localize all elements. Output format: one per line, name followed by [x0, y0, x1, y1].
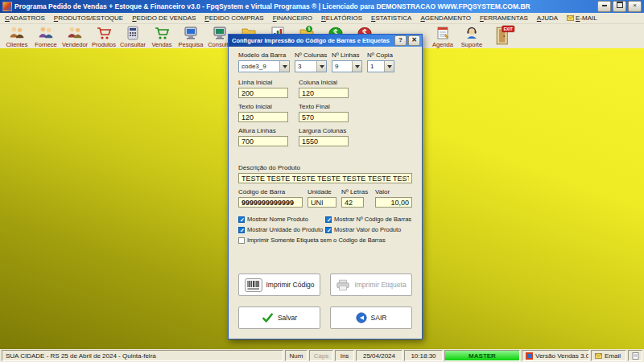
checkbox-mostrar-num-codigo-barras[interactable]: Mostrar Nº Código de Barras [325, 216, 412, 223]
codigo-barra-label: Código de Barra [238, 188, 303, 195]
barcode-config-dialog: Configurar Impressão do Código de Barras… [228, 34, 423, 339]
version-app-icon [526, 352, 533, 360]
chevron-down-icon[interactable] [384, 61, 394, 72]
dialog-help-button[interactable]: ? [394, 35, 407, 46]
num-linhas-select[interactable]: 9 [332, 60, 362, 72]
menu-agendamento[interactable]: AGENDAMENTO [420, 14, 471, 22]
checkbox-checked-icon[interactable] [325, 227, 332, 233]
largura-colunas-input[interactable] [299, 136, 349, 146]
menu-pedido-vendas[interactable]: PEDIDO DE VENDAS [132, 14, 196, 22]
chevron-down-icon[interactable] [279, 61, 289, 72]
checkbox-checked-icon[interactable] [238, 216, 245, 223]
mail-icon [595, 352, 602, 360]
minimize-button[interactable] [597, 1, 611, 12]
consult-computer-icon [212, 25, 228, 41]
menu-email[interactable]: E-MAIL [567, 14, 597, 22]
products-cart-icon [96, 25, 112, 41]
checkbox-mostrar-nome-produto[interactable]: Mostrar Nome Produto [238, 216, 322, 223]
unidade-input[interactable] [308, 197, 336, 208]
descricao-produto-input[interactable] [238, 173, 412, 183]
num-copia-select[interactable]: 1 [367, 60, 394, 72]
maximize-button[interactable] [613, 1, 626, 12]
status-time: 10:18:30 [404, 350, 443, 361]
sellers-people-icon [67, 25, 83, 41]
checkbox-checked-icon[interactable] [325, 216, 332, 223]
coluna-inicial-input[interactable] [299, 88, 349, 98]
dialog-title: Configurar Impressão do Código de Barras… [232, 37, 393, 44]
checkbox-imprimir-somente-etiqueta[interactable]: Imprimir Somente Etiqueta sem o Código d… [238, 237, 412, 244]
menu-ferramentas[interactable]: FERRAMENTAS [480, 14, 528, 22]
valor-input[interactable] [375, 197, 412, 208]
close-button[interactable]: × [628, 1, 642, 12]
mail-icon [567, 14, 574, 22]
codigo-barra-input[interactable] [238, 197, 303, 208]
texto-final-input[interactable] [299, 112, 349, 122]
modelo-barra-label: Modelo da Barra [238, 51, 290, 59]
toolbar-suporte-button[interactable]: Suporte [458, 25, 485, 48]
toolbar-agenda-button[interactable]: Agenda [429, 25, 456, 48]
menu-estatistica[interactable]: ESTATISTICA [371, 14, 411, 22]
status-email[interactable]: Email [591, 350, 626, 361]
sair-button[interactable]: SAIR [330, 306, 412, 329]
imprimir-codigo-button[interactable]: Imprimir Código [238, 274, 320, 296]
checkbox-mostrar-valor-produto[interactable]: Mostrar Valor do Produto [325, 226, 412, 233]
status-date: 25/04/2024 [356, 350, 402, 361]
toolbar-consultar-button[interactable]: Consultar [119, 25, 147, 48]
chevron-down-icon[interactable] [352, 61, 361, 72]
barcode-icon [245, 278, 262, 292]
dialog-close-button[interactable]: ✕ [408, 35, 420, 46]
menu-cadastros[interactable]: CADASTROS [5, 14, 45, 22]
status-num-lock: Num [285, 350, 308, 361]
num-copia-label: Nº Copia [367, 51, 394, 59]
title-bar: Programa Pedido de Vendas + Estoque & Fi… [0, 0, 644, 13]
dialog-title-bar: Configurar Impressão do Código de Barras… [229, 35, 422, 47]
toolbar-exit-button[interactable]: EXIT [492, 25, 518, 46]
linha-inicial-input[interactable] [238, 88, 288, 98]
modelo-barra-select[interactable]: code3_9 [238, 60, 290, 72]
toolbar-vendas-button[interactable]: Vendas [148, 25, 175, 48]
unidade-label: Unidade [308, 188, 336, 195]
checkbox-mostrar-unidade-produto[interactable]: Mostrar Unidade do Produto [238, 226, 322, 233]
exit-arrow-icon [356, 312, 367, 323]
menu-relatorios[interactable]: RELATÓRIOS [321, 14, 362, 22]
descricao-produto-label: Descrição do Produto [238, 164, 412, 171]
page-icon [632, 352, 639, 360]
search-computer-icon [183, 25, 199, 41]
menu-ajuda[interactable]: AJUDA [537, 14, 558, 22]
check-icon [262, 313, 274, 323]
clients-people-icon [9, 25, 25, 41]
status-location-date: SUA CIDADE - RS 25 de Abril de 2024 - Qu… [2, 350, 283, 361]
toolbar-fornece-button[interactable]: Fornece [32, 25, 60, 48]
brand-logo-icon [642, 352, 642, 360]
svg-text:EXIT: EXIT [504, 27, 513, 31]
toolbar-clientes-button[interactable]: Clientes [3, 25, 31, 48]
toolbar-pesquisa-button[interactable]: Pesquisa [177, 25, 204, 48]
menu-bar: CADASTROS PRODUTOS/ESTOQUE PEDIDO DE VEN… [0, 13, 644, 24]
linha-inicial-label: Linha Inicial [238, 79, 288, 86]
dialog-body: Modelo da Barra code3_9 Nº Colunas 3 Nº … [229, 47, 422, 339]
altura-linhas-label: Altura Linhas [238, 127, 288, 134]
printer-icon [336, 279, 350, 291]
salvar-button[interactable]: Salvar [238, 306, 320, 329]
exit-door-icon: EXIT [494, 25, 515, 46]
status-bar: SUA CIDADE - RS 25 de Abril de 2024 - Qu… [0, 349, 644, 362]
chevron-down-icon[interactable] [316, 61, 326, 72]
valor-label: Valor [375, 188, 412, 195]
imprimir-etiqueta-button[interactable]: Imprimir Etiqueta [330, 274, 412, 296]
toolbar-vendedor-button[interactable]: Vendedor [61, 25, 89, 48]
num-colunas-label: Nº Colunas [295, 51, 327, 59]
menu-financeiro[interactable]: FINANCEIRO [273, 14, 312, 22]
checkbox-unchecked-icon[interactable] [238, 237, 245, 244]
texto-inicial-input[interactable] [238, 112, 288, 122]
checkbox-checked-icon[interactable] [238, 227, 245, 233]
status-caps-lock: Caps [309, 350, 333, 361]
num-colunas-select[interactable]: 3 [295, 60, 327, 72]
texto-final-label: Texto Final [299, 103, 349, 110]
menu-pedido-compras[interactable]: PEDIDO COMPRAS [204, 14, 263, 22]
altura-linhas-input[interactable] [238, 136, 288, 146]
texto-inicial-label: Texto Inicial [238, 103, 288, 110]
support-headset-icon [464, 25, 480, 41]
menu-produtos-estoque[interactable]: PRODUTOS/ESTOQUE [54, 14, 123, 22]
toolbar-produtos-button[interactable]: Produtos [90, 25, 118, 48]
num-letras-input[interactable] [341, 197, 364, 208]
